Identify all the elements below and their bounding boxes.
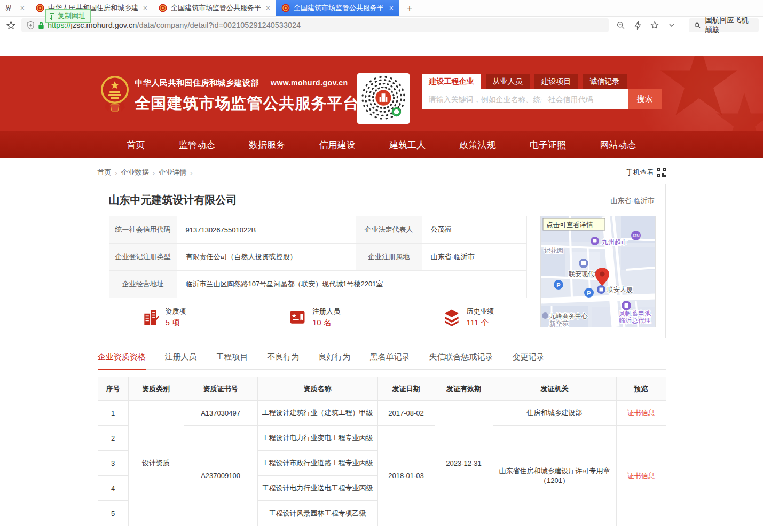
- lightning-icon[interactable]: [631, 19, 644, 32]
- browser-tab-strip: 界 × 中华人民共和国住房和城乡建设 × 全国建筑市场监管公共服务平台 × 全国…: [0, 0, 763, 17]
- info-label: 企业登记注册类型: [109, 244, 177, 271]
- tab-registered-personnel[interactable]: 注册人员: [165, 352, 197, 369]
- favorite-star-icon[interactable]: [648, 19, 661, 32]
- cell-no: 3: [98, 451, 128, 476]
- map-label-supermarket: 九州超市: [602, 238, 627, 246]
- certificate-info-link[interactable]: 证书信息: [616, 401, 666, 426]
- building-icon: [141, 308, 160, 327]
- cell-no: 1: [98, 401, 128, 426]
- cell-cert-no: A237009100: [184, 426, 257, 526]
- breadcrumb-company-detail[interactable]: 企业详情: [159, 168, 186, 177]
- zoom-out-icon[interactable]: [614, 19, 627, 32]
- copy-icon: [50, 13, 55, 19]
- info-label: 企业注册属地: [356, 244, 422, 271]
- svg-text:P: P: [556, 282, 560, 288]
- tab-projects[interactable]: 工程项目: [216, 352, 248, 369]
- tab-dishonesty-records[interactable]: 失信联合惩戒记录: [429, 352, 493, 369]
- mobile-view-button[interactable]: 手机查看: [626, 168, 666, 177]
- nav-policy[interactable]: 政策法规: [460, 139, 496, 151]
- col-header-preview: 预览: [616, 377, 666, 401]
- table-row: 1 设计资质 A137030497 工程设计建筑行业（建筑工程）甲级 2017-…: [98, 401, 666, 426]
- tab-qualifications[interactable]: 企业资质资格: [98, 352, 146, 369]
- breadcrumb-home[interactable]: 首页: [98, 168, 112, 177]
- new-tab-button[interactable]: ＋: [399, 0, 420, 16]
- nav-workers[interactable]: 建筑工人: [389, 139, 426, 151]
- search-button[interactable]: 搜索: [628, 89, 662, 109]
- certificate-icon: [288, 308, 307, 327]
- site-title: 全国建筑市场监管公共服务平台: [135, 93, 359, 114]
- col-header-name: 资质名称: [257, 377, 377, 401]
- nav-credit[interactable]: 信用建设: [319, 139, 356, 151]
- browser-tab-3-active[interactable]: 全国建筑市场监管公共服务平台 ×: [276, 0, 399, 16]
- table-header-row: 序号 资质类别 资质证书号 资质名称 发证日期 发证有效期 发证机关 预览: [98, 377, 666, 401]
- col-header-cert-no: 资质证书号: [184, 377, 257, 401]
- company-region: 山东省-临沂市: [610, 193, 654, 206]
- cell-no: 4: [98, 476, 128, 501]
- detail-tabs: 企业资质资格 注册人员 工程项目 不良行为 良好行为 黑名单记录 失信联合惩戒记…: [98, 352, 666, 370]
- search-tab-enterprise[interactable]: 建设工程企业: [422, 74, 481, 89]
- webpage: 中华人民共和国住房和城乡建设部 www.mohurd.gov.cn 全国建筑市场…: [0, 34, 763, 526]
- map-label-battery2: 临沂总代理: [619, 317, 651, 324]
- keyword-search-input[interactable]: [422, 89, 628, 109]
- chevron-down-icon[interactable]: [665, 19, 678, 32]
- nav-e-license[interactable]: 电子证照: [530, 139, 566, 151]
- table-row: 企业经营地址 临沂市兰山区陶然路107号星河晶都（联安）现代城1号楼2201室: [109, 271, 526, 298]
- search-tab-credit[interactable]: 诚信记录: [583, 74, 627, 89]
- col-header-issue-date: 发证日期: [377, 377, 435, 401]
- nav-supervision[interactable]: 监管动态: [179, 139, 215, 151]
- qr-code: [357, 73, 410, 124]
- close-icon[interactable]: ×: [20, 4, 25, 12]
- stat-qualifications: 资质项 5 项: [141, 307, 186, 328]
- svg-text:P: P: [587, 290, 591, 296]
- cell-qualification-name: 工程设计建筑行业（建筑工程）甲级: [257, 401, 377, 426]
- col-header-validity: 发证有效期: [435, 377, 493, 401]
- qualification-table: 序号 资质类别 资质证书号 资质名称 发证日期 发证有效期 发证机关 预览 1 …: [98, 377, 666, 526]
- close-icon[interactable]: ×: [389, 4, 394, 12]
- bookmark-star-icon[interactable]: [4, 19, 17, 32]
- company-card: 山东中元建筑设计有限公司 山东省-临沂市 统一社会信用代码 9137130267…: [98, 184, 666, 338]
- table-row: 企业登记注册类型 有限责任公司（自然人投资或控股） 企业注册属地 山东省-临沂市: [109, 244, 526, 271]
- page-top-gap: [0, 34, 763, 56]
- nav-data-service[interactable]: 数据服务: [249, 139, 285, 151]
- certificate-info-link[interactable]: 证书信息: [616, 426, 666, 526]
- tab-blacklist[interactable]: 黑名单记录: [370, 352, 410, 369]
- info-label: 企业法定代表人: [356, 216, 422, 244]
- nav-home[interactable]: 首页: [127, 139, 145, 151]
- browser-toolbar: https://jzsc.mohurd.gov.cn/data/company/…: [0, 17, 763, 34]
- close-icon[interactable]: ×: [143, 4, 147, 12]
- layers-icon: [442, 308, 461, 327]
- close-icon[interactable]: ×: [266, 4, 270, 12]
- site-brand: 中华人民共和国住房和城乡建设部 www.mohurd.gov.cn 全国建筑市场…: [135, 78, 359, 114]
- hot-search-text: 国航回应飞机颠簸: [705, 15, 753, 35]
- search-tab-personnel[interactable]: 从业人员: [486, 74, 530, 89]
- tab-bad-behavior[interactable]: 不良行为: [268, 352, 300, 369]
- cell-no: 2: [98, 426, 128, 451]
- stat-value: 10 名: [312, 318, 340, 328]
- search-icon: [694, 21, 701, 29]
- nav-site-news[interactable]: 网站动态: [600, 139, 636, 151]
- search-tab-project[interactable]: 建设项目: [534, 74, 578, 89]
- registered-region-value: 山东省-临沂市: [422, 244, 526, 271]
- tab-title: 全国建筑市场监管公共服务平台: [294, 3, 383, 13]
- national-emblem-logo: [100, 75, 130, 113]
- browser-tab-2[interactable]: 全国建筑市场监管公共服务平台 ×: [153, 0, 276, 16]
- copy-url-label: 复制网址: [58, 11, 85, 21]
- copy-url-tooltip: 复制网址: [45, 9, 91, 23]
- site-favicon-icon: [281, 4, 290, 12]
- tab-change-records[interactable]: 变更记录: [513, 352, 545, 369]
- ministry-url: www.mohurd.gov.cn: [271, 79, 348, 87]
- browser-tab-0[interactable]: 界 ×: [0, 0, 30, 16]
- svg-text:ATM: ATM: [632, 234, 639, 238]
- tab-good-behavior[interactable]: 良好行为: [319, 352, 351, 369]
- cell-qualification-name: 工程设计电力行业变电工程专业丙级: [257, 426, 377, 451]
- map-label-garden: 记花园: [544, 247, 563, 254]
- breadcrumb-company-data[interactable]: 企业数据: [121, 168, 149, 177]
- url-bar[interactable]: https://jzsc.mohurd.gov.cn/data/company/…: [21, 18, 609, 32]
- site-favicon-icon: [36, 4, 44, 12]
- shield-plus-icon[interactable]: [27, 21, 35, 30]
- company-location-map[interactable]: 记花园 九州超市 联安现代城 联安大厦 九峰商务中心 风帆蓄电池 临沂总代理 新…: [540, 216, 656, 327]
- breadcrumb-separator: ›: [190, 169, 192, 177]
- map-label-xinhuayuan: 新华苑: [549, 320, 569, 327]
- toolbar-icons: [614, 19, 678, 32]
- hot-search-box[interactable]: 国航回应飞机颠簸: [689, 18, 759, 32]
